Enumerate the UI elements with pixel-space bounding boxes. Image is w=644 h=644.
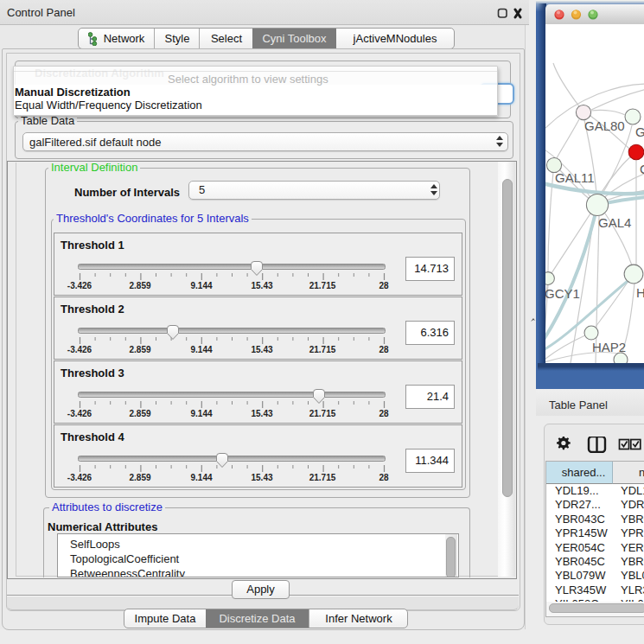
svg-text:GAL4: GAL4: [598, 215, 631, 230]
svg-text:HAP2: HAP2: [592, 340, 626, 354]
svg-text:H: H: [636, 285, 644, 300]
svg-text:GCY1: GCY1: [545, 286, 580, 301]
svg-text:C: C: [640, 162, 644, 176]
svg-text:GAL80: GAL80: [584, 118, 625, 133]
svg-text:GA: GA: [635, 124, 644, 139]
svg-text:GAL11: GAL11: [555, 170, 595, 185]
